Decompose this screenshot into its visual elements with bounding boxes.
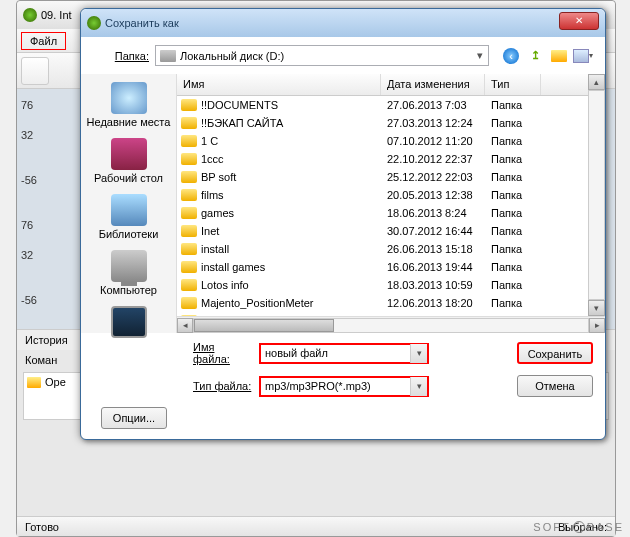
desktop-icon xyxy=(111,138,147,170)
file-date: 18.06.2013 8:24 xyxy=(381,207,485,219)
places-sidebar: Недавние места Рабочий стол Библиотеки К… xyxy=(81,74,177,333)
folder-label: Папка: xyxy=(93,50,149,62)
status-bar: Готово Выбрано: xyxy=(17,516,615,536)
file-row[interactable]: films20.05.2013 12:38Папка xyxy=(177,186,588,204)
file-date: 27.03.2013 12:24 xyxy=(381,117,485,129)
app-icon xyxy=(23,8,37,22)
file-type: Папка xyxy=(485,153,541,165)
scroll-track[interactable] xyxy=(588,90,605,300)
toolbar-button[interactable] xyxy=(21,57,49,85)
file-row[interactable]: 1 C07.10.2012 11:20Папка xyxy=(177,132,588,150)
folder-dropdown[interactable]: Локальный диск (D:) ▾ xyxy=(155,45,489,66)
file-row[interactable]: Lotos info18.03.2013 10:59Папка xyxy=(177,276,588,294)
scroll-track[interactable] xyxy=(193,318,589,333)
chevron-down-icon: ▾ xyxy=(472,49,488,62)
file-type: Папка xyxy=(485,99,541,111)
options-button[interactable]: Опции... xyxy=(101,407,167,429)
file-type: Папка xyxy=(485,135,541,147)
sidebar-item-desktop[interactable]: Рабочий стол xyxy=(84,134,174,188)
file-row[interactable]: install26.06.2013 15:18Папка xyxy=(177,240,588,258)
filename-field[interactable] xyxy=(265,347,410,359)
wave-tick: 76 xyxy=(21,219,33,231)
file-date: 27.06.2013 7:03 xyxy=(381,99,485,111)
scroll-down-arrow[interactable]: ▾ xyxy=(588,300,605,316)
file-row[interactable]: Inet30.07.2012 16:44Папка xyxy=(177,222,588,240)
options-row: Опции... xyxy=(93,407,593,429)
file-type: Папка xyxy=(485,207,541,219)
menu-file[interactable]: Файл xyxy=(21,32,66,50)
file-type: Папка xyxy=(485,171,541,183)
wave-tick: 32 xyxy=(21,129,33,141)
column-type[interactable]: Тип xyxy=(485,74,541,95)
file-date: 22.10.2012 22:37 xyxy=(381,153,485,165)
folder-icon xyxy=(181,135,197,147)
filetype-label: Тип файла: xyxy=(183,380,253,392)
dialog-titlebar[interactable]: Сохранить как ✕ xyxy=(81,9,605,37)
drive-name: Локальный диск (D:) xyxy=(180,50,284,62)
nav-toolbar: ‹ ↥ ▾ xyxy=(501,46,593,66)
scroll-thumb[interactable] xyxy=(194,319,334,332)
sidebar-item-recent[interactable]: Недавние места xyxy=(84,78,174,132)
dialog-title: Сохранить как xyxy=(105,17,179,29)
folder-icon xyxy=(181,297,197,309)
file-date: 25.12.2012 22:03 xyxy=(381,171,485,183)
file-row[interactable]: install games16.06.2013 19:44Папка xyxy=(177,258,588,276)
watermark-icon xyxy=(573,521,585,533)
file-area: Имя Дата изменения Тип !!DOCUMENTS27.06.… xyxy=(177,74,605,333)
cancel-button[interactable]: Отмена xyxy=(517,375,593,397)
file-date: 20.05.2013 12:38 xyxy=(381,189,485,201)
horizontal-scrollbar[interactable]: ◂ ▸ xyxy=(177,316,605,333)
watermark: SOFT BASE xyxy=(533,521,624,533)
file-type: Папка xyxy=(485,117,541,129)
save-button[interactable]: Сохранить xyxy=(517,342,593,364)
back-button[interactable]: ‹ xyxy=(501,46,521,66)
filetype-input[interactable]: ▾ xyxy=(259,376,429,397)
sidebar-item-computer[interactable]: Компьютер xyxy=(84,246,174,300)
dialog-body: Недавние места Рабочий стол Библиотеки К… xyxy=(81,74,605,333)
file-name: 1 C xyxy=(201,135,218,147)
file-date: 16.06.2013 19:44 xyxy=(381,261,485,273)
file-date: 30.07.2012 16:44 xyxy=(381,225,485,237)
chevron-down-icon[interactable]: ▾ xyxy=(410,344,427,363)
filename-label: Имя файла: xyxy=(183,341,253,365)
file-row[interactable]: games18.06.2013 8:24Папка xyxy=(177,204,588,222)
scroll-right-arrow[interactable]: ▸ xyxy=(589,318,605,333)
scroll-left-arrow[interactable]: ◂ xyxy=(177,318,193,333)
dialog-icon xyxy=(87,16,101,30)
folder-icon xyxy=(181,225,197,237)
sidebar-item-label: Недавние места xyxy=(86,116,172,128)
new-folder-button[interactable] xyxy=(549,46,569,66)
column-date[interactable]: Дата изменения xyxy=(381,74,485,95)
file-list[interactable]: !!DOCUMENTS27.06.2013 7:03Папка!!БЭКАП С… xyxy=(177,96,588,316)
up-button[interactable]: ↥ xyxy=(525,46,545,66)
scroll-up-arrow[interactable]: ▴ xyxy=(588,74,605,90)
parent-title: 09. Int xyxy=(41,9,72,21)
filename-input[interactable]: ▾ xyxy=(259,343,429,364)
filename-row: Имя файла: ▾ Сохранить xyxy=(93,341,593,365)
folder-icon xyxy=(181,171,197,183)
watermark-left: SOFT xyxy=(533,521,570,533)
file-row[interactable]: BP soft25.12.2012 22:03Папка xyxy=(177,168,588,186)
file-row[interactable]: !!БЭКАП САЙТА27.03.2013 12:24Папка xyxy=(177,114,588,132)
computer-icon xyxy=(111,250,147,282)
file-name: Inet xyxy=(201,225,219,237)
file-type: Папка xyxy=(485,225,541,237)
file-row[interactable]: !!DOCUMENTS27.06.2013 7:03Папка xyxy=(177,96,588,114)
save-as-dialog: Сохранить как ✕ Папка: Локальный диск (D… xyxy=(80,8,606,440)
status-ready: Готово xyxy=(25,521,59,533)
chevron-down-icon[interactable]: ▾ xyxy=(410,377,427,396)
views-button[interactable]: ▾ xyxy=(573,46,593,66)
file-date: 07.10.2012 11:20 xyxy=(381,135,485,147)
vertical-scrollbar[interactable]: ▴ ▾ xyxy=(588,74,605,316)
folder-icon xyxy=(181,207,197,219)
file-row[interactable]: 1ccc22.10.2012 22:37Папка xyxy=(177,150,588,168)
filetype-field[interactable] xyxy=(265,380,410,392)
folder-icon xyxy=(27,377,41,388)
close-button[interactable]: ✕ xyxy=(559,12,599,30)
file-row[interactable]: Majento_PositionMeter12.06.2013 18:20Пап… xyxy=(177,294,588,312)
drive-icon xyxy=(160,50,176,62)
sidebar-item-libraries[interactable]: Библиотеки xyxy=(84,190,174,244)
column-headers: Имя Дата изменения Тип xyxy=(177,74,588,96)
dialog-bottom: Имя файла: ▾ Сохранить Тип файла: ▾ Отме… xyxy=(81,333,605,439)
column-name[interactable]: Имя xyxy=(177,74,381,95)
